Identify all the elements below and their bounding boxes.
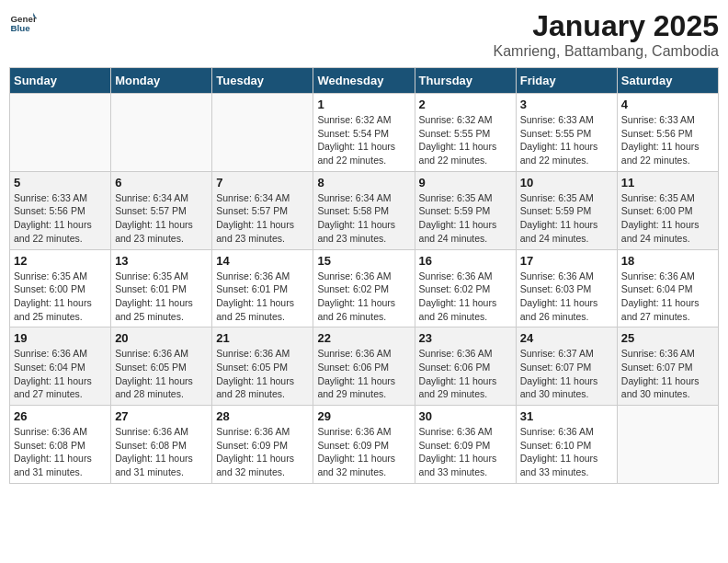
calendar-cell: 25Sunrise: 6:36 AMSunset: 6:07 PMDayligh… — [617, 327, 718, 406]
day-number: 21 — [216, 331, 309, 345]
calendar-cell: 28Sunrise: 6:36 AMSunset: 6:09 PMDayligh… — [212, 406, 313, 484]
weekday-header-wednesday: Wednesday — [313, 68, 415, 94]
day-number: 1 — [317, 98, 410, 111]
weekday-header-sunday: Sunday — [10, 68, 111, 94]
calendar-cell: 20Sunrise: 6:36 AMSunset: 6:05 PMDayligh… — [111, 327, 212, 406]
calendar-cell: 8Sunrise: 6:34 AMSunset: 5:58 PMDaylight… — [313, 171, 415, 249]
day-number: 4 — [621, 98, 714, 111]
day-info: Sunrise: 6:36 AMSunset: 6:05 PMDaylight:… — [216, 347, 309, 401]
calendar-cell: 14Sunrise: 6:36 AMSunset: 6:01 PMDayligh… — [212, 249, 313, 327]
calendar-cell: 18Sunrise: 6:36 AMSunset: 6:04 PMDayligh… — [617, 249, 718, 327]
day-info: Sunrise: 6:36 AMSunset: 6:02 PMDaylight:… — [317, 270, 410, 324]
calendar-cell — [617, 406, 718, 484]
day-number: 29 — [317, 409, 410, 423]
title-section: January 2025 Kamrieng, Battambang, Cambo… — [494, 9, 719, 60]
day-info: Sunrise: 6:34 AMSunset: 5:57 PMDaylight:… — [216, 191, 309, 246]
calendar-cell: 24Sunrise: 6:37 AMSunset: 6:07 PMDayligh… — [516, 327, 617, 406]
day-info: Sunrise: 6:36 AMSunset: 6:07 PMDaylight:… — [621, 347, 714, 401]
calendar-cell: 3Sunrise: 6:33 AMSunset: 5:55 PMDaylight… — [516, 94, 617, 172]
location-title: Kamrieng, Battambang, Cambodia — [494, 43, 719, 60]
day-number: 13 — [115, 254, 208, 268]
calendar-cell: 11Sunrise: 6:35 AMSunset: 6:00 PMDayligh… — [617, 171, 718, 249]
weekday-header-monday: Monday — [111, 68, 212, 94]
calendar-cell: 22Sunrise: 6:36 AMSunset: 6:06 PMDayligh… — [313, 327, 415, 406]
day-info: Sunrise: 6:37 AMSunset: 6:07 PMDaylight:… — [520, 347, 613, 401]
day-info: Sunrise: 6:36 AMSunset: 6:03 PMDaylight:… — [520, 270, 613, 324]
day-info: Sunrise: 6:33 AMSunset: 5:55 PMDaylight:… — [520, 113, 613, 167]
calendar-week-row: 12Sunrise: 6:35 AMSunset: 6:00 PMDayligh… — [10, 249, 719, 327]
calendar-cell: 19Sunrise: 6:36 AMSunset: 6:04 PMDayligh… — [10, 327, 111, 406]
calendar-cell: 23Sunrise: 6:36 AMSunset: 6:06 PMDayligh… — [415, 327, 516, 406]
day-number: 27 — [115, 409, 208, 423]
calendar-cell: 21Sunrise: 6:36 AMSunset: 6:05 PMDayligh… — [212, 327, 313, 406]
day-number: 7 — [216, 176, 309, 190]
day-number: 6 — [115, 176, 208, 190]
calendar-cell: 1Sunrise: 6:32 AMSunset: 5:54 PMDaylight… — [313, 94, 415, 172]
day-info: Sunrise: 6:34 AMSunset: 5:57 PMDaylight:… — [115, 191, 208, 246]
month-title: January 2025 — [494, 9, 719, 43]
day-info: Sunrise: 6:35 AMSunset: 5:59 PMDaylight:… — [419, 191, 512, 246]
day-number: 3 — [520, 98, 613, 111]
calendar-cell: 10Sunrise: 6:35 AMSunset: 5:59 PMDayligh… — [516, 171, 617, 249]
calendar-table: SundayMondayTuesdayWednesdayThursdayFrid… — [9, 67, 719, 484]
day-info: Sunrise: 6:36 AMSunset: 6:09 PMDaylight:… — [317, 425, 410, 479]
day-info: Sunrise: 6:33 AMSunset: 5:56 PMDaylight:… — [14, 191, 107, 246]
day-number: 17 — [520, 254, 613, 268]
day-number: 11 — [621, 176, 714, 190]
day-number: 14 — [216, 254, 309, 268]
day-info: Sunrise: 6:33 AMSunset: 5:56 PMDaylight:… — [621, 113, 714, 167]
day-info: Sunrise: 6:36 AMSunset: 6:09 PMDaylight:… — [216, 425, 309, 479]
day-number: 20 — [115, 331, 208, 345]
day-number: 31 — [520, 409, 613, 423]
day-info: Sunrise: 6:32 AMSunset: 5:55 PMDaylight:… — [419, 113, 512, 167]
weekday-header-row: SundayMondayTuesdayWednesdayThursdayFrid… — [10, 68, 719, 94]
calendar-cell: 5Sunrise: 6:33 AMSunset: 5:56 PMDaylight… — [10, 171, 111, 249]
calendar-week-row: 19Sunrise: 6:36 AMSunset: 6:04 PMDayligh… — [10, 327, 719, 406]
day-info: Sunrise: 6:36 AMSunset: 6:09 PMDaylight:… — [419, 425, 512, 479]
day-info: Sunrise: 6:35 AMSunset: 6:00 PMDaylight:… — [621, 191, 714, 246]
day-info: Sunrise: 6:36 AMSunset: 6:05 PMDaylight:… — [115, 347, 208, 401]
day-info: Sunrise: 6:32 AMSunset: 5:54 PMDaylight:… — [317, 113, 410, 167]
calendar-cell: 13Sunrise: 6:35 AMSunset: 6:01 PMDayligh… — [111, 249, 212, 327]
weekday-header-tuesday: Tuesday — [212, 68, 313, 94]
day-number: 30 — [419, 409, 512, 423]
calendar-cell: 26Sunrise: 6:36 AMSunset: 6:08 PMDayligh… — [10, 406, 111, 484]
calendar-cell — [212, 94, 313, 172]
day-number: 2 — [419, 98, 512, 111]
weekday-header-thursday: Thursday — [415, 68, 516, 94]
day-info: Sunrise: 6:34 AMSunset: 5:58 PMDaylight:… — [317, 191, 410, 246]
day-info: Sunrise: 6:36 AMSunset: 6:08 PMDaylight:… — [115, 425, 208, 479]
calendar-cell: 30Sunrise: 6:36 AMSunset: 6:09 PMDayligh… — [415, 406, 516, 484]
svg-text:General: General — [11, 14, 38, 24]
day-number: 12 — [14, 254, 107, 268]
day-number: 19 — [14, 331, 107, 345]
calendar-cell: 6Sunrise: 6:34 AMSunset: 5:57 PMDaylight… — [111, 171, 212, 249]
day-number: 16 — [419, 254, 512, 268]
calendar-cell: 16Sunrise: 6:36 AMSunset: 6:02 PMDayligh… — [415, 249, 516, 327]
day-info: Sunrise: 6:36 AMSunset: 6:01 PMDaylight:… — [216, 270, 309, 324]
svg-text:Blue: Blue — [11, 23, 31, 33]
day-info: Sunrise: 6:35 AMSunset: 6:00 PMDaylight:… — [14, 270, 107, 324]
day-info: Sunrise: 6:36 AMSunset: 6:04 PMDaylight:… — [14, 347, 107, 401]
calendar-cell: 4Sunrise: 6:33 AMSunset: 5:56 PMDaylight… — [617, 94, 718, 172]
weekday-header-saturday: Saturday — [617, 68, 718, 94]
day-number: 18 — [621, 254, 714, 268]
calendar-cell — [10, 94, 111, 172]
day-info: Sunrise: 6:36 AMSunset: 6:02 PMDaylight:… — [419, 270, 512, 324]
calendar-week-row: 1Sunrise: 6:32 AMSunset: 5:54 PMDaylight… — [10, 94, 719, 172]
calendar-week-row: 26Sunrise: 6:36 AMSunset: 6:08 PMDayligh… — [10, 406, 719, 484]
weekday-header-friday: Friday — [516, 68, 617, 94]
calendar-cell: 12Sunrise: 6:35 AMSunset: 6:00 PMDayligh… — [10, 249, 111, 327]
day-info: Sunrise: 6:36 AMSunset: 6:08 PMDaylight:… — [14, 425, 107, 479]
logo: General Blue — [9, 9, 37, 37]
calendar-cell: 17Sunrise: 6:36 AMSunset: 6:03 PMDayligh… — [516, 249, 617, 327]
day-number: 26 — [14, 409, 107, 423]
day-number: 5 — [14, 176, 107, 190]
calendar-cell: 29Sunrise: 6:36 AMSunset: 6:09 PMDayligh… — [313, 406, 415, 484]
day-info: Sunrise: 6:36 AMSunset: 6:04 PMDaylight:… — [621, 270, 714, 324]
logo-icon: General Blue — [9, 9, 37, 37]
day-number: 8 — [317, 176, 410, 190]
day-number: 22 — [317, 331, 410, 345]
calendar-cell: 31Sunrise: 6:36 AMSunset: 6:10 PMDayligh… — [516, 406, 617, 484]
day-info: Sunrise: 6:36 AMSunset: 6:06 PMDaylight:… — [419, 347, 512, 401]
